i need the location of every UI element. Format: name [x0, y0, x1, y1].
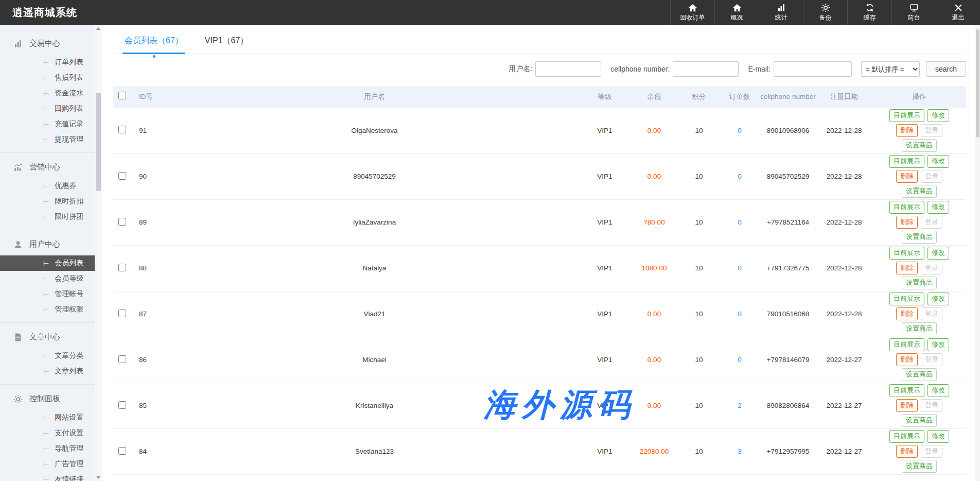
edit-button[interactable]: 修改 — [927, 201, 949, 214]
delete-button[interactable]: 删除 — [896, 353, 918, 366]
login-button[interactable]: 登录 — [921, 445, 942, 458]
delete-button[interactable]: 删除 — [896, 399, 918, 412]
set-products-button[interactable]: 设置商品 — [902, 368, 937, 381]
row-checkbox[interactable] — [118, 126, 126, 133]
edit-button[interactable]: 修改 — [927, 109, 949, 122]
sidebar-item-提现管理[interactable]: ⊢ 提现管理 — [0, 132, 102, 147]
sidebar-item-管理权限[interactable]: ⊢ 管理权限 — [0, 302, 102, 317]
cellphone-input[interactable] — [673, 61, 739, 77]
sidebar-item-订单列表[interactable]: ⊢ 订单列表 — [0, 55, 102, 70]
set-products-button[interactable]: 设置商品 — [902, 414, 937, 427]
row-checkbox[interactable] — [118, 264, 126, 271]
orders-link[interactable]: 0 — [738, 218, 742, 226]
edit-button[interactable]: 修改 — [927, 247, 949, 260]
sidebar-item-会员列表[interactable]: ⊢ 会员列表 — [0, 255, 102, 271]
orders-link[interactable]: 0 — [738, 310, 742, 318]
set-products-button[interactable]: 设置商品 — [902, 322, 937, 335]
search-button[interactable]: search — [926, 61, 966, 77]
sidebar-item-网站设置[interactable]: ⊢ 网站设置 — [0, 410, 102, 425]
sidebar-item-限时拼团[interactable]: ⊢ 限时拼团 — [0, 209, 102, 225]
show-button[interactable]: 目前展示 — [889, 430, 924, 443]
topbar-item-logout[interactable]: 退出 — [936, 0, 980, 25]
edit-button[interactable]: 修改 — [927, 430, 949, 443]
login-button[interactable]: 登录 — [921, 262, 942, 274]
show-button[interactable]: 目前展示 — [889, 384, 924, 397]
set-products-button[interactable]: 设置商品 — [902, 139, 937, 152]
orders-link[interactable]: 0 — [738, 127, 742, 134]
sidebar-item-充值记录[interactable]: ⊢ 充值记录 — [0, 116, 102, 132]
sidebar-item-广告管理[interactable]: ⊢ 广告管理 — [0, 456, 102, 472]
show-button[interactable]: 目前展示 — [889, 109, 924, 122]
sidebar-section-header[interactable]: 交易中心 — [0, 32, 102, 55]
sidebar-scrollbar[interactable] — [95, 25, 102, 481]
sidebar-item-文章分类[interactable]: ⊢ 文章分类 — [0, 348, 102, 364]
edit-button[interactable]: 修改 — [927, 384, 949, 397]
topbar-item-statistics[interactable]: 统计 — [759, 0, 803, 25]
page-scrollbar[interactable] — [975, 25, 980, 481]
sidebar-section-header[interactable]: 控制面板 — [0, 388, 102, 410]
email-input[interactable] — [774, 61, 852, 77]
login-button[interactable]: 登录 — [921, 399, 942, 412]
orders-link[interactable]: 0 — [738, 264, 742, 272]
login-button[interactable]: 登录 — [921, 124, 942, 137]
select-all-checkbox[interactable] — [118, 92, 126, 99]
edit-button[interactable]: 修改 — [927, 338, 949, 351]
set-products-button[interactable]: 设置商品 — [902, 277, 937, 289]
delete-button[interactable]: 删除 — [896, 262, 918, 274]
sidebar-item-会员等级[interactable]: ⊢ 会员等级 — [0, 271, 102, 286]
show-button[interactable]: 目前展示 — [889, 155, 924, 168]
tab-vip1[interactable]: VIP1（67） — [205, 36, 248, 54]
row-checkbox[interactable] — [118, 218, 126, 226]
set-products-button[interactable]: 设置商品 — [902, 460, 937, 473]
set-products-button[interactable]: 设置商品 — [902, 185, 937, 198]
topbar-item-overview[interactable]: 概况 — [714, 0, 759, 25]
orders-link[interactable]: 3 — [738, 448, 742, 455]
show-button[interactable]: 目前展示 — [889, 293, 924, 305]
topbar-item-recycle-orders[interactable]: 回收订单 — [670, 0, 714, 25]
row-checkbox[interactable] — [118, 447, 126, 455]
orders-link[interactable]: 0 — [738, 356, 742, 364]
scroll-up-icon[interactable] — [95, 25, 102, 32]
page-scroll-thumb[interactable] — [976, 29, 979, 138]
delete-button[interactable]: 删除 — [896, 445, 918, 458]
row-checkbox[interactable] — [118, 172, 126, 180]
topbar-item-frontend[interactable]: 前台 — [891, 0, 936, 25]
username-input[interactable] — [535, 61, 601, 77]
sidebar-item-支付设置[interactable]: ⊢ 支付设置 — [0, 425, 102, 441]
sidebar-section-header[interactable]: 用户中心 — [0, 233, 102, 255]
sidebar-scroll-thumb[interactable] — [96, 93, 101, 191]
row-checkbox[interactable] — [118, 355, 126, 363]
sidebar-item-管理帐号[interactable]: ⊢ 管理帐号 — [0, 286, 102, 302]
topbar-item-backup[interactable]: 备份 — [803, 0, 847, 25]
delete-button[interactable]: 删除 — [896, 170, 918, 183]
show-button[interactable]: 目前展示 — [889, 201, 924, 214]
delete-button[interactable]: 删除 — [896, 216, 918, 229]
row-checkbox[interactable] — [118, 401, 126, 409]
topbar-item-cache[interactable]: 缓存 — [847, 0, 891, 25]
sidebar-item-限时折扣[interactable]: ⊢ 限时折扣 — [0, 194, 102, 209]
sidebar-section-header[interactable]: 文章中心 — [0, 326, 102, 348]
orders-link[interactable]: 0 — [738, 173, 742, 180]
sidebar-item-售后列表[interactable]: ⊢ 售后列表 — [0, 70, 102, 85]
show-button[interactable]: 目前展示 — [889, 338, 924, 351]
edit-button[interactable]: 修改 — [927, 155, 949, 168]
login-button[interactable]: 登录 — [921, 170, 942, 183]
set-products-button[interactable]: 设置商品 — [902, 231, 937, 244]
sidebar-section-header[interactable]: 营销中心 — [0, 156, 102, 178]
sidebar-item-导航管理[interactable]: ⊢ 导航管理 — [0, 441, 102, 456]
edit-button[interactable]: 修改 — [927, 293, 949, 305]
login-button[interactable]: 登录 — [921, 353, 942, 366]
login-button[interactable]: 登录 — [921, 307, 942, 320]
login-button[interactable]: 登录 — [921, 216, 942, 229]
delete-button[interactable]: 删除 — [896, 307, 918, 320]
sidebar-item-优惠券[interactable]: ⊢ 优惠券 — [0, 178, 102, 194]
sidebar-item-文章列表[interactable]: ⊢ 文章列表 — [0, 364, 102, 379]
delete-button[interactable]: 删除 — [896, 124, 918, 137]
show-button[interactable]: 目前展示 — [889, 247, 924, 260]
sort-select[interactable]: = 默认排序 = — [861, 61, 920, 77]
sidebar-item-资金流水[interactable]: ⊢ 资金流水 — [0, 85, 102, 101]
scroll-down-icon[interactable] — [95, 474, 102, 481]
sidebar-item-友情链接[interactable]: ⊢ 友情链接 — [0, 472, 102, 481]
sidebar-item-回购列表[interactable]: ⊢ 回购列表 — [0, 101, 102, 116]
orders-link[interactable]: 2 — [738, 402, 742, 409]
